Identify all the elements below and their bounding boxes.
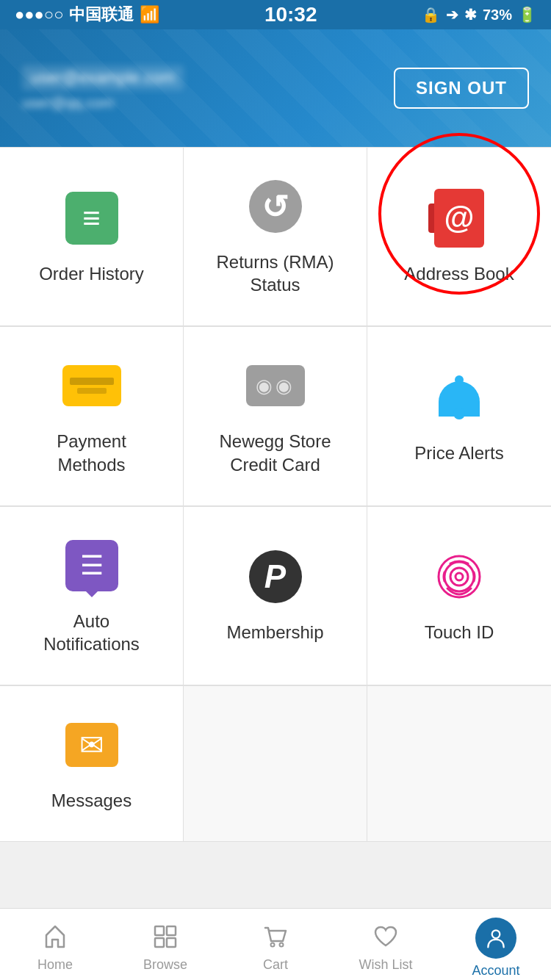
order-history-label: Order History [39, 262, 144, 285]
price-alerts-item[interactable]: Price Alerts [367, 327, 551, 505]
notifications-icon [62, 536, 121, 595]
returns-label: Returns (RMA)Status [216, 251, 334, 296]
tab-browse[interactable]: Browse [110, 916, 220, 973]
tab-cart[interactable]: Cart [220, 916, 331, 973]
tab-home[interactable]: Home [0, 916, 110, 973]
svg-point-3 [455, 573, 463, 580]
svg-rect-5 [167, 926, 176, 935]
home-icon [42, 923, 68, 953]
price-alerts-icon [430, 368, 489, 427]
location-icon: ➔ [446, 6, 458, 24]
status-left: ●●●○○ 中国联通 📶 [15, 4, 159, 26]
battery-label: 73% [483, 7, 512, 24]
browse-icon [152, 923, 179, 953]
svg-rect-7 [167, 938, 176, 947]
price-alerts-label: Price Alerts [414, 442, 503, 464]
returns-rma-item[interactable]: Returns (RMA)Status [184, 148, 367, 326]
svg-rect-6 [155, 938, 164, 947]
account-menu-grid: Order History Returns (RMA)Status Addres… [0, 147, 551, 914]
time-display: 10:32 [264, 3, 317, 26]
svg-point-10 [492, 930, 500, 938]
user-info: user@example.com user@qq.com [22, 65, 184, 112]
tab-account-label: Account [472, 963, 519, 979]
svg-point-9 [280, 943, 284, 947]
empty-cell-2 [367, 686, 551, 842]
grid-row-3: AutoNotifications Membership [0, 506, 551, 685]
signal-dots: ●●●○○ [15, 5, 63, 24]
order-history-icon [62, 189, 121, 248]
address-book-item[interactable]: Address Book [367, 148, 551, 326]
payment-methods-item[interactable]: PaymentMethods [0, 327, 184, 505]
messages-item[interactable]: Messages [0, 686, 184, 842]
empty-cell-1 [184, 686, 367, 842]
membership-icon [246, 547, 305, 606]
wifi-icon: 📶 [140, 5, 159, 24]
battery-icon: 🔋 [518, 6, 536, 24]
auto-notifications-item[interactable]: AutoNotifications [0, 507, 184, 685]
grid-row-2: PaymentMethods Newegg StoreCredit Card P [0, 326, 551, 505]
touch-id-icon [430, 547, 489, 606]
membership-label: Membership [226, 621, 323, 644]
tab-wishlist[interactable]: Wish List [331, 916, 441, 973]
messages-icon [62, 716, 121, 774]
payment-icon [62, 356, 121, 415]
address-book-label: Address Book [404, 262, 514, 285]
order-history-item[interactable]: Order History [0, 148, 184, 326]
tab-cart-label: Cart [263, 957, 288, 973]
returns-icon [246, 177, 305, 236]
bluetooth-icon: ✱ [464, 6, 477, 24]
wishlist-icon [372, 923, 399, 953]
tab-home-label: Home [37, 957, 73, 973]
payment-label: PaymentMethods [57, 430, 126, 475]
touch-id-label: Touch ID [425, 621, 494, 644]
newegg-store-item[interactable]: Newegg StoreCredit Card [184, 327, 367, 505]
newegg-card-icon [246, 356, 305, 415]
status-bar: ●●●○○ 中国联通 📶 10:32 🔒 ➔ ✱ 73% 🔋 [0, 0, 551, 29]
email-primary: user@example.com [22, 65, 184, 90]
email-secondary: user@qq.com [22, 95, 184, 112]
address-book-icon [430, 189, 489, 248]
svg-point-2 [450, 568, 468, 586]
tab-bar: Home Browse Cart Wish L [0, 908, 551, 980]
newegg-store-label: Newegg StoreCredit Card [219, 430, 331, 475]
tab-account[interactable]: Account [441, 910, 551, 979]
messages-label: Messages [51, 789, 132, 812]
svg-rect-4 [155, 926, 164, 935]
tab-browse-label: Browse [143, 957, 187, 973]
grid-row-4: Messages [0, 685, 551, 842]
status-right: 🔒 ➔ ✱ 73% 🔋 [422, 6, 536, 24]
grid-row-1: Order History Returns (RMA)Status Addres… [0, 147, 551, 326]
account-active-circle [475, 918, 516, 959]
carrier-label: 中国联通 [69, 4, 134, 26]
membership-item[interactable]: Membership [184, 507, 367, 685]
tab-wishlist-label: Wish List [359, 957, 412, 973]
sign-out-button[interactable]: SIGN OUT [394, 68, 529, 109]
svg-point-8 [271, 943, 275, 947]
lock-icon: 🔒 [422, 6, 440, 24]
svg-point-1 [444, 562, 474, 591]
touch-id-item[interactable]: Touch ID [367, 507, 551, 685]
cart-icon [262, 923, 289, 953]
notifications-label: AutoNotifications [43, 610, 140, 655]
account-header: user@example.com user@qq.com SIGN OUT [0, 29, 551, 147]
